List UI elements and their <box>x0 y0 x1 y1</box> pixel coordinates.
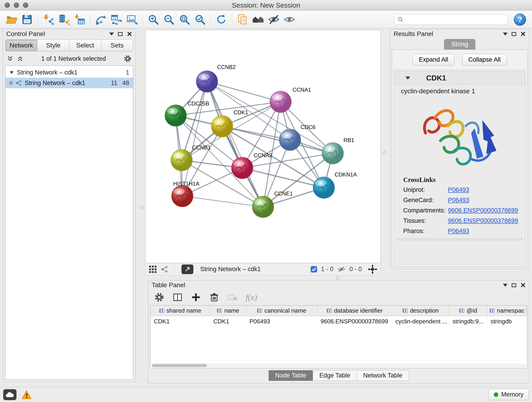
tab-edge-table[interactable]: Edge Table <box>313 370 357 381</box>
grid-view-icon[interactable] <box>149 265 157 274</box>
expand-all-button[interactable]: Expand All <box>413 54 454 65</box>
table-horizontal-scrollbar[interactable] <box>151 364 526 368</box>
tab-string[interactable]: String <box>444 39 475 50</box>
tab-network-table[interactable]: Network Table <box>357 370 409 381</box>
delete-trash-icon[interactable] <box>209 292 220 303</box>
gene-disclosure-icon[interactable] <box>405 77 410 80</box>
search-input[interactable] <box>406 16 504 23</box>
crosslink-link[interactable]: P06493 <box>448 186 469 193</box>
memory-button[interactable]: Memory <box>488 389 529 400</box>
network-node-ccna1[interactable]: CCNA1 <box>270 87 311 113</box>
apply-layout-button[interactable] <box>214 12 229 27</box>
tab-node-table[interactable]: Node Table <box>268 370 313 381</box>
right-splitter-handle[interactable] <box>383 151 386 154</box>
table-cell[interactable]: stringdb:9... <box>449 316 487 327</box>
network-node-cdk1[interactable]: CDK1 <box>211 109 248 137</box>
function-builder-button[interactable]: f(x) <box>246 293 257 302</box>
crosslink-link[interactable]: 9606.ENSP00000378699 <box>448 217 518 224</box>
birds-eye-view-button[interactable] <box>181 264 193 274</box>
close-panel-icon[interactable] <box>520 31 526 37</box>
network-node-hist1h1a[interactable]: HIST1H1A <box>172 181 199 207</box>
crosslink-link[interactable]: P06493 <box>448 228 469 235</box>
export-image-button[interactable] <box>124 12 140 27</box>
zoom-out-button[interactable] <box>161 12 177 27</box>
tab-select[interactable]: Select <box>70 39 101 51</box>
crosslink-link[interactable]: 9606.ENSP00000378699 <box>448 207 518 214</box>
column-header-database-identifier[interactable]: database identifier <box>317 306 392 316</box>
table-cell[interactable]: P06493 <box>246 316 317 327</box>
table-cell[interactable]: CDK1 <box>210 316 246 327</box>
network-graph[interactable]: CCNB2CCNA1CDC25BCDK1CDC6RB1CCNB1CCNA2CDK… <box>146 30 380 263</box>
table-cell[interactable]: 9606.ENSP00000378699 <box>317 316 392 327</box>
warning-icon[interactable] <box>22 390 32 399</box>
network-view[interactable]: CCNB2CCNA1CDC25BCDK1CDC6RB1CCNB1CCNA2CDK… <box>145 30 381 263</box>
show-neighbors-button[interactable] <box>250 12 266 27</box>
close-panel-icon[interactable] <box>520 282 526 288</box>
network-row[interactable]: String Network – cdk1 11 48 <box>6 78 133 88</box>
zoom-fit-button[interactable] <box>177 12 192 27</box>
network-edge-hist1h1a-ccne1[interactable] <box>182 196 263 207</box>
network-edge-cdk1-rb1[interactable] <box>222 126 333 153</box>
zoom-selected-button[interactable] <box>192 12 208 27</box>
network-edge-ccnb2-hist1h1a[interactable] <box>182 82 207 196</box>
new-network-button[interactable] <box>93 12 109 27</box>
maximize-window-button[interactable] <box>23 2 28 8</box>
close-window-button[interactable] <box>5 2 10 8</box>
tab-style[interactable]: Style <box>37 39 69 51</box>
hide-selected-button[interactable] <box>266 12 282 27</box>
network-collection-row[interactable]: String Network – cdk1 1 <box>6 67 133 78</box>
float-panel-icon[interactable] <box>512 32 516 36</box>
column-header-canonical-name[interactable]: canonical name <box>246 306 317 316</box>
import-network-from-database-button[interactable] <box>56 12 72 27</box>
gene-card-header[interactable]: CDK1 <box>394 71 525 85</box>
network-node-rb1[interactable]: RB1 <box>322 137 354 164</box>
network-edge-ccnb2-ccne1[interactable] <box>207 82 263 207</box>
add-row-plus-icon[interactable] <box>191 292 201 303</box>
gear-icon[interactable] <box>123 55 132 63</box>
disclosure-triangle-icon[interactable] <box>9 70 14 75</box>
selected-checkbox-icon[interactable] <box>310 266 317 273</box>
expand-all-icon[interactable] <box>17 55 24 62</box>
pan-crosshair-icon[interactable] <box>368 264 377 274</box>
tab-network[interactable]: Network <box>5 39 37 51</box>
column-header-namespac[interactable]: namespac <box>487 306 527 316</box>
hidden-eye-slash-icon[interactable] <box>337 266 346 273</box>
show-all-button[interactable] <box>282 12 297 27</box>
collapse-all-button[interactable]: Collapse All <box>462 54 507 65</box>
network-edge-ccnb2-ccna1[interactable] <box>207 82 280 102</box>
cloud-button[interactable] <box>3 389 17 400</box>
network-node-cdkn1a[interactable]: CDKN1A <box>313 172 357 198</box>
share-view-icon[interactable] <box>161 265 168 273</box>
column-header-shared-name[interactable]: shared name <box>151 306 210 316</box>
table-row[interactable]: CDK1CDK1P064939606.ENSP00000378699cyclin… <box>151 316 527 327</box>
column-header-name[interactable]: name <box>210 306 246 316</box>
table-cell[interactable]: cyclin-dependent ... <box>392 316 449 327</box>
float-panel-icon[interactable] <box>118 32 123 36</box>
results-scrollbar[interactable] <box>396 238 523 241</box>
import-network-from-file-button[interactable] <box>41 12 56 27</box>
close-panel-icon[interactable] <box>127 31 132 37</box>
table-cell[interactable]: stringdb <box>487 316 527 327</box>
crosslink-link[interactable]: P06493 <box>448 197 469 204</box>
column-header-description[interactable]: description <box>392 306 449 316</box>
import-table-from-file-button[interactable] <box>72 12 87 27</box>
table-settings-gear-icon[interactable] <box>154 292 165 303</box>
table-cell[interactable]: CDK1 <box>151 316 210 327</box>
panel-menu-icon[interactable] <box>503 32 507 36</box>
collapse-all-icon[interactable] <box>7 55 13 62</box>
column-header--id[interactable]: @id <box>449 306 487 316</box>
panel-menu-icon[interactable] <box>503 284 507 287</box>
bottom-splitter-handle[interactable] <box>336 276 339 280</box>
tab-sets[interactable]: Sets <box>101 39 133 51</box>
new-network-from-table-button[interactable] <box>109 12 124 27</box>
minimize-window-button[interactable] <box>14 2 19 8</box>
copy-style-button[interactable] <box>235 12 250 27</box>
create-column-icon[interactable] <box>172 292 183 303</box>
zoom-in-button[interactable] <box>146 12 161 27</box>
open-session-button[interactable] <box>4 12 19 27</box>
scrollbar-thumb[interactable] <box>152 364 207 367</box>
panel-menu-icon[interactable] <box>109 32 114 36</box>
save-session-button[interactable] <box>19 12 35 27</box>
network-node-ccne1[interactable]: CCNE1 <box>252 191 293 218</box>
float-panel-icon[interactable] <box>512 283 516 287</box>
